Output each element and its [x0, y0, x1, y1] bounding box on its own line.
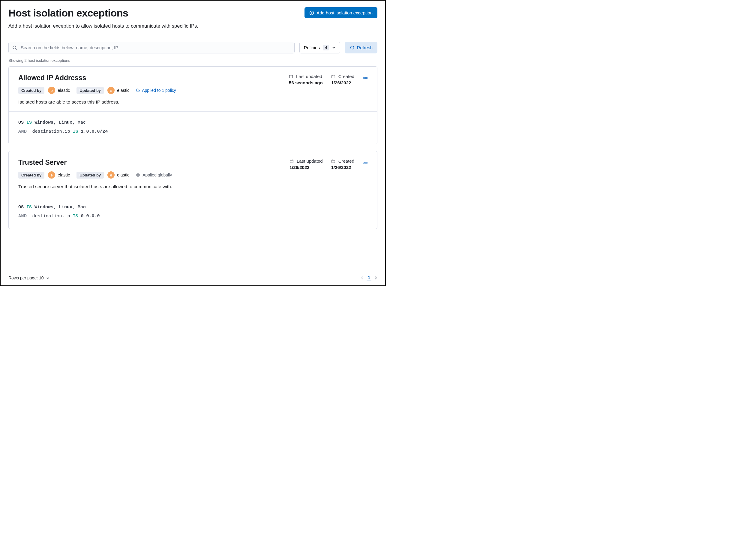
exception-description: Trusted secure server that isolated host… [18, 184, 172, 189]
exception-description: Isolated hosts are able to access this I… [18, 99, 176, 105]
created-value: 1/26/2022 [331, 80, 354, 85]
created-by-chip: Created by [18, 172, 44, 179]
condition-line: AND destination.ip IS 1.0.0.0/24 [18, 127, 368, 136]
exception-card: Allowed IP Addresss Created by e elastic… [8, 66, 377, 144]
last-updated-value: 56 seconds ago [289, 80, 323, 85]
pagination: 1 [361, 275, 377, 281]
chevron-down-icon [46, 276, 49, 280]
next-page-button[interactable] [374, 276, 377, 280]
prev-page-button[interactable] [361, 276, 364, 280]
search-icon [12, 45, 17, 50]
refresh-icon [350, 45, 354, 50]
condition-block: OS IS Windows, Linux, Mac AND destinatio… [18, 118, 368, 136]
condition-line: OS IS Windows, Linux, Mac [18, 118, 368, 127]
svg-rect-12 [366, 162, 368, 163]
svg-rect-11 [365, 162, 366, 163]
policy-scope-text: Applied globally [143, 173, 172, 177]
add-exception-button[interactable]: Add host isolation exception [305, 7, 377, 18]
page-title: Host isolation exceptions [8, 7, 128, 19]
results-count: Showing 2 host isolation exceptions [8, 58, 377, 63]
chevron-down-icon [332, 46, 336, 49]
updated-by-chip: Updated by [77, 87, 104, 94]
policies-filter-button[interactable]: Policies 4 [300, 42, 341, 54]
rows-per-page-select[interactable]: Rows per page: 10 [8, 276, 49, 280]
policy-scope-link[interactable]: Applied to 1 policy [136, 88, 176, 93]
avatar: e [107, 87, 115, 94]
exception-card: Trusted Server Created by e elastic Upda… [8, 151, 377, 229]
chevron-left-icon [361, 276, 364, 279]
calendar-icon [289, 75, 293, 79]
last-updated-value: 1/26/2022 [289, 165, 323, 170]
created-by-user: elastic [58, 88, 70, 93]
created-label: Created [339, 74, 354, 79]
svg-rect-9 [331, 160, 335, 163]
plus-circle-icon [309, 11, 314, 15]
svg-rect-10 [363, 162, 364, 163]
search-input-wrapper[interactable] [8, 42, 294, 54]
updated-by-user: elastic [117, 173, 129, 177]
add-exception-label: Add host isolation exception [316, 10, 373, 15]
globe-icon [136, 173, 140, 177]
avatar: e [48, 172, 55, 179]
last-updated-label: Last updated [296, 74, 322, 79]
condition-block: OS IS Windows, Linux, Mac AND destinatio… [18, 203, 368, 221]
card-actions-button[interactable] [363, 74, 368, 80]
updated-by-chip: Updated by [77, 172, 104, 179]
svg-point-1 [13, 46, 16, 49]
calendar-icon [331, 159, 335, 163]
svg-rect-2 [289, 75, 293, 78]
svg-rect-6 [366, 77, 368, 79]
policies-label: Policies [304, 45, 320, 51]
exception-title: Allowed IP Addresss [18, 74, 176, 82]
refresh-label: Refresh [357, 45, 373, 50]
svg-rect-5 [365, 77, 366, 79]
condition-line: AND destination.ip IS 0.0.0.0 [18, 212, 368, 221]
page-description: Add a host isolation exception to allow … [8, 23, 377, 29]
rows-per-page-label: Rows per page: 10 [8, 276, 44, 280]
chevron-right-icon [374, 276, 377, 279]
svg-rect-3 [331, 75, 335, 78]
calendar-icon [289, 159, 294, 163]
divider [8, 35, 377, 35]
svg-rect-4 [363, 77, 364, 79]
refresh-button[interactable]: Refresh [345, 42, 377, 54]
card-actions-button[interactable] [363, 158, 368, 164]
created-by-chip: Created by [18, 87, 44, 94]
policy-scope-global: Applied globally [136, 173, 172, 177]
policy-scope-text: Applied to 1 policy [142, 88, 176, 93]
created-by-user: elastic [58, 173, 70, 177]
search-input[interactable] [20, 45, 291, 51]
calendar-icon [331, 75, 335, 79]
boxes-icon [363, 162, 368, 163]
boxes-icon [363, 77, 368, 79]
partial-icon [136, 88, 140, 93]
policies-count-badge: 4 [323, 45, 329, 51]
created-label: Created [339, 158, 354, 163]
avatar: e [48, 87, 55, 94]
avatar: e [107, 172, 115, 179]
updated-by-user: elastic [117, 88, 129, 93]
page-number[interactable]: 1 [367, 275, 371, 281]
svg-rect-8 [290, 160, 293, 163]
created-value: 1/26/2022 [331, 165, 354, 170]
exception-title: Trusted Server [18, 158, 172, 166]
last-updated-label: Last updated [297, 158, 323, 163]
condition-line: OS IS Windows, Linux, Mac [18, 203, 368, 212]
